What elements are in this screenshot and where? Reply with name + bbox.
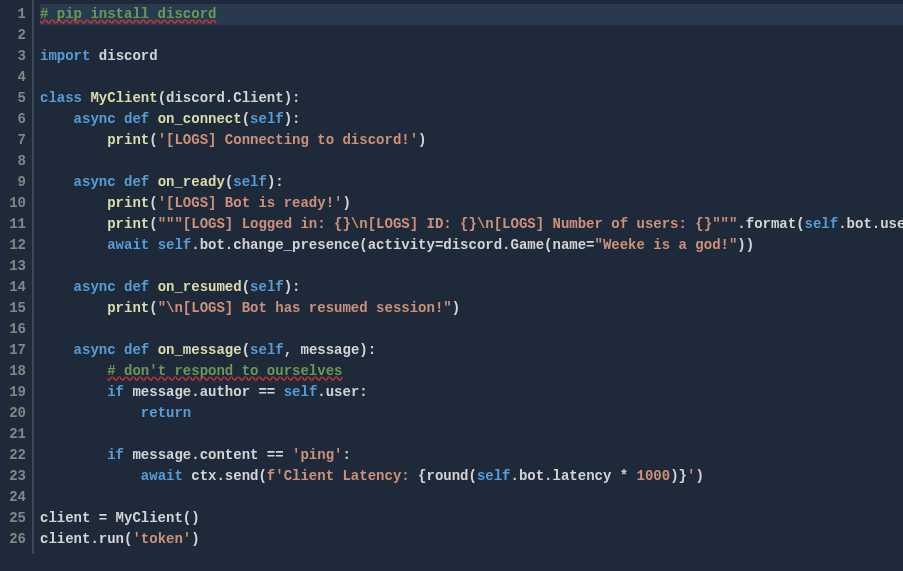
code-line[interactable] — [40, 319, 903, 340]
line-number: 13 — [0, 256, 26, 277]
code-token: "Weeke is a god!" — [595, 237, 738, 253]
code-token — [40, 111, 74, 127]
code-token: self — [250, 111, 284, 127]
code-token — [116, 342, 124, 358]
code-token — [40, 237, 107, 253]
code-line[interactable]: if message.author == self.user: — [40, 382, 903, 403]
code-token: "\n[LOGS] Bot has resumed session!" — [158, 300, 452, 316]
code-token: ( — [149, 300, 157, 316]
line-number: 4 — [0, 67, 26, 88]
code-token: on_resumed — [158, 279, 242, 295]
code-token: self — [250, 342, 284, 358]
line-number: 26 — [0, 529, 26, 550]
code-token: '[LOGS] Connecting to discord!' — [158, 132, 418, 148]
code-token: message.author == — [124, 384, 284, 400]
code-token: : — [342, 447, 350, 463]
code-line[interactable]: client = MyClient() — [40, 508, 903, 529]
line-number: 16 — [0, 319, 26, 340]
code-area[interactable]: # pip install discord import discord cla… — [34, 0, 903, 554]
code-line[interactable]: async def on_resumed(self): — [40, 277, 903, 298]
code-token: )) — [737, 237, 754, 253]
code-line[interactable]: # pip install discord — [40, 4, 903, 25]
code-line[interactable]: class MyClient(discord.Client): — [40, 88, 903, 109]
code-token: # pip install discord — [40, 6, 216, 22]
code-line[interactable]: await ctx.send(f'Client Latency: {round(… — [40, 466, 903, 487]
code-token: MyClient — [90, 90, 157, 106]
code-token: ctx.send( — [183, 468, 267, 484]
line-number: 25 — [0, 508, 26, 529]
code-token: , message): — [284, 342, 376, 358]
line-number: 5 — [0, 88, 26, 109]
line-number: 7 — [0, 130, 26, 151]
code-token: ( — [242, 111, 250, 127]
code-token: ( — [149, 216, 157, 232]
code-token: """[LOGS] Logged in: {}\n[LOGS] ID: {}\n… — [158, 216, 738, 232]
code-token: on_connect — [158, 111, 242, 127]
code-line[interactable] — [40, 256, 903, 277]
code-token: ( — [242, 342, 250, 358]
code-token: self — [250, 279, 284, 295]
code-token — [149, 342, 157, 358]
code-token: 'ping' — [292, 447, 342, 463]
code-line[interactable]: # don't respond to ourselves — [40, 361, 903, 382]
code-token: 1000 — [637, 468, 671, 484]
code-token: {round( — [418, 468, 477, 484]
code-token: def — [124, 174, 149, 190]
code-token — [40, 132, 107, 148]
code-line[interactable]: import discord — [40, 46, 903, 67]
code-line[interactable]: await self.bot.change_presence(activity=… — [40, 235, 903, 256]
code-token: ) — [191, 531, 199, 547]
code-token — [40, 363, 107, 379]
code-line[interactable]: client.run('token') — [40, 529, 903, 550]
code-line[interactable] — [40, 25, 903, 46]
code-token — [40, 195, 107, 211]
code-token: def — [124, 342, 149, 358]
code-token: # don't respond to ourselves — [107, 363, 342, 379]
code-token — [116, 174, 124, 190]
code-token: ): — [284, 111, 301, 127]
code-token — [116, 111, 124, 127]
code-token — [149, 279, 157, 295]
code-token: 'token' — [132, 531, 191, 547]
code-token: self — [158, 237, 192, 253]
code-line[interactable] — [40, 67, 903, 88]
code-token: self — [805, 216, 839, 232]
code-token — [40, 216, 107, 232]
code-token: await — [141, 468, 183, 484]
code-token: async — [74, 342, 116, 358]
code-token: async — [74, 111, 116, 127]
code-line[interactable] — [40, 424, 903, 445]
code-line[interactable]: return — [40, 403, 903, 424]
code-token: self — [477, 468, 511, 484]
code-token: ) — [695, 468, 703, 484]
line-number: 10 — [0, 193, 26, 214]
line-number: 12 — [0, 235, 26, 256]
line-number: 23 — [0, 466, 26, 487]
line-number: 19 — [0, 382, 26, 403]
code-token: f'Client Latency: — [267, 468, 418, 484]
code-line[interactable]: print("\n[LOGS] Bot has resumed session!… — [40, 298, 903, 319]
code-token: if — [107, 447, 124, 463]
code-token: .bot.user.name, — [838, 216, 903, 232]
code-line[interactable]: print('[LOGS] Bot is ready!') — [40, 193, 903, 214]
code-line[interactable]: async def on_connect(self): — [40, 109, 903, 130]
code-token: .bot.change_presence(activity=discord.Ga… — [191, 237, 594, 253]
code-token: ( — [149, 132, 157, 148]
code-line[interactable]: async def on_message(self, message): — [40, 340, 903, 361]
line-number: 8 — [0, 151, 26, 172]
code-line[interactable]: print("""[LOGS] Logged in: {}\n[LOGS] ID… — [40, 214, 903, 235]
code-token — [40, 468, 141, 484]
code-line[interactable] — [40, 487, 903, 508]
code-line[interactable]: async def on_ready(self): — [40, 172, 903, 193]
code-token: print — [107, 300, 149, 316]
code-token: on_message — [158, 342, 242, 358]
code-line[interactable] — [40, 151, 903, 172]
code-editor[interactable]: 1234567891011121314151617181920212223242… — [0, 0, 903, 554]
code-line[interactable]: if message.content == 'ping': — [40, 445, 903, 466]
code-token: def — [124, 279, 149, 295]
line-number-gutter: 1234567891011121314151617181920212223242… — [0, 0, 34, 554]
code-token: async — [74, 279, 116, 295]
code-token — [40, 279, 74, 295]
code-line[interactable]: print('[LOGS] Connecting to discord!') — [40, 130, 903, 151]
code-token — [149, 237, 157, 253]
